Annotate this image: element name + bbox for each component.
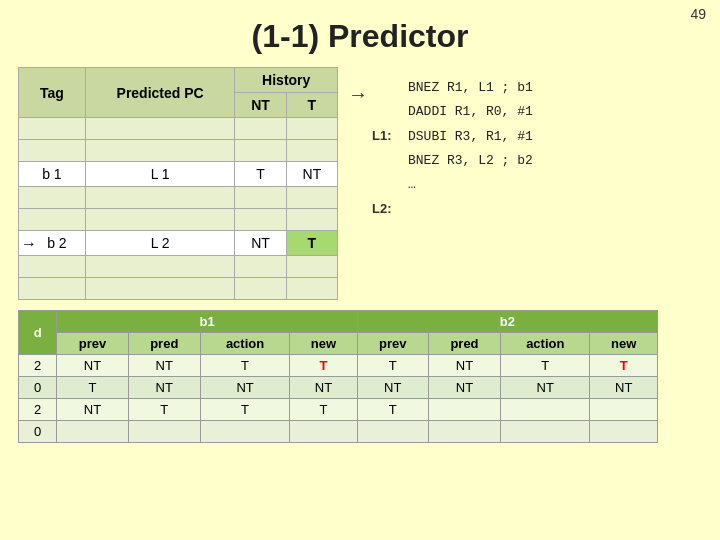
b1-header: b1	[57, 311, 357, 333]
b2-t: T	[286, 231, 337, 256]
b2-pred-val	[428, 399, 500, 421]
b1-new-val: NT	[290, 377, 358, 399]
b2-action-header: action	[501, 333, 590, 355]
code-line-2: DADDI R1, R0, #1	[372, 101, 533, 123]
b2-pred-val: NT	[428, 377, 500, 399]
b2-action-val: NT	[501, 377, 590, 399]
d-val: 0	[19, 377, 57, 399]
d-val: 2	[19, 355, 57, 377]
b1-pred-val: NT	[128, 377, 200, 399]
b2-prev-header: prev	[357, 333, 428, 355]
b2-pred-val: NT	[428, 355, 500, 377]
code-line-4: BNEZ R3, L2 ; b2	[372, 150, 533, 172]
code-line-5: …	[372, 174, 533, 196]
table-row	[19, 278, 338, 300]
b2-action-val	[501, 399, 590, 421]
b1-pred-header: pred	[128, 333, 200, 355]
table-row: 2 NT T T T T	[19, 399, 658, 421]
b1-nt: T	[235, 162, 286, 187]
bottom-table: d b1 b2 prev pred action new prev pred a…	[18, 310, 658, 443]
b2-prev-val: T	[357, 355, 428, 377]
page-number: 49	[690, 6, 706, 22]
code-text-1: BNEZ R1, L1 ; b1	[408, 77, 533, 99]
b1-action-val: T	[200, 399, 289, 421]
table-row: 2 NT NT T T T NT T T	[19, 355, 658, 377]
b2-new-header: new	[590, 333, 658, 355]
b1-new-val: T	[290, 399, 358, 421]
b1-new-val: T	[290, 355, 358, 377]
b1-prev-header: prev	[57, 333, 128, 355]
b2-header: b2	[357, 311, 657, 333]
table-row: 0 T NT NT NT NT NT NT NT	[19, 377, 658, 399]
b1-tag: b 1	[19, 162, 86, 187]
code-line-6: L2:	[372, 198, 533, 220]
t-header: T	[286, 93, 337, 118]
b1-pred-val: T	[128, 399, 200, 421]
table-row	[19, 256, 338, 278]
table-row: 0	[19, 421, 658, 443]
code-arrow: →	[348, 77, 372, 111]
code-text-4: BNEZ R3, L2 ; b2	[408, 150, 533, 172]
b2-pc: L 2	[85, 231, 235, 256]
b2-action-val: T	[501, 355, 590, 377]
b1-action-val: NT	[200, 377, 289, 399]
b2-new-val: NT	[590, 377, 658, 399]
b1-pc: L 1	[85, 162, 235, 187]
bottom-table-area: d b1 b2 prev pred action new prev pred a…	[0, 300, 720, 443]
predicted-pc-header: Predicted PC	[85, 68, 235, 118]
b1-new-header: new	[290, 333, 358, 355]
d-header: d	[19, 311, 57, 355]
table-row	[19, 140, 338, 162]
l2-label: L2:	[372, 198, 404, 220]
b1-action-header: action	[200, 333, 289, 355]
table-row	[19, 187, 338, 209]
code-line-1: BNEZ R1, L1 ; b1	[372, 77, 533, 99]
page-title: (1-1) Predictor	[0, 0, 720, 67]
code-text-2: DADDI R1, R0, #1	[408, 101, 533, 123]
b1-prev-val: NT	[57, 399, 128, 421]
code-text-5: …	[408, 174, 416, 196]
b2-new-val	[590, 399, 658, 421]
predictor-table: Tag Predicted PC History NT T	[18, 67, 338, 300]
l1-label: L1:	[372, 125, 404, 147]
b1-prev-val: T	[57, 377, 128, 399]
table-row	[19, 118, 338, 140]
history-header: History	[235, 68, 338, 93]
b2-row: b 2 L 2 NT T	[19, 231, 338, 256]
b1-action-val: T	[200, 355, 289, 377]
b2-nt: NT	[235, 231, 286, 256]
tag-header: Tag	[19, 68, 86, 118]
b2-pred-header: pred	[428, 333, 500, 355]
predictor-table-area: Tag Predicted PC History NT T	[18, 67, 338, 300]
b1-row: b 1 L 1 T NT	[19, 162, 338, 187]
b2-new-val: T	[590, 355, 658, 377]
nt-header: NT	[235, 93, 286, 118]
b2-tag: b 2	[19, 231, 86, 256]
code-line-3: L1: DSUBI R3, R1, #1	[372, 125, 533, 148]
b1-pred-val: NT	[128, 355, 200, 377]
b1-t: NT	[286, 162, 337, 187]
b2-prev-val: T	[357, 399, 428, 421]
code-text-3: DSUBI R3, R1, #1	[408, 126, 533, 148]
table-row	[19, 209, 338, 231]
b1-prev-val: NT	[57, 355, 128, 377]
d-val: 2	[19, 399, 57, 421]
b2-prev-val: NT	[357, 377, 428, 399]
code-area: → BNEZ R1, L1 ; b1 DADDI R1, R0, #1 L1: …	[348, 67, 702, 300]
